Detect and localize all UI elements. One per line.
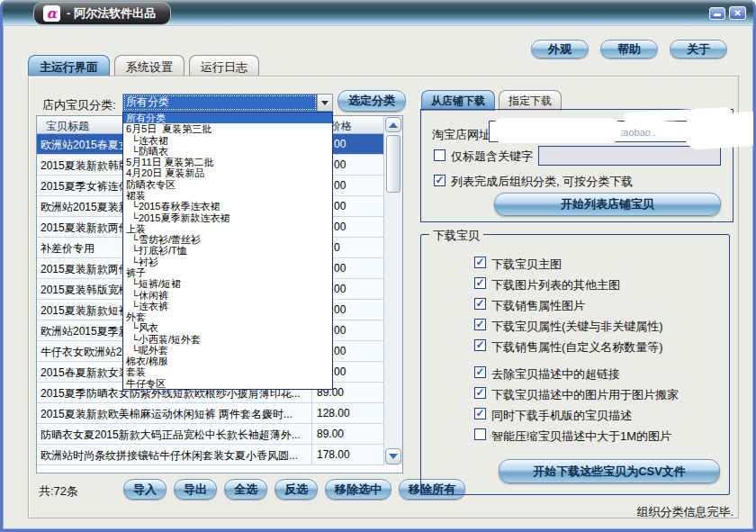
option-label: 下载宝贝描述中的图片用于图片搬家 — [491, 387, 679, 403]
item-title: 欧洲站时尚条纹拼接镶钻牛仔休闲套装女夏小香风圆... — [37, 445, 312, 464]
tab[interactable]: 从店铺下载 — [421, 90, 495, 111]
organize-checkbox-label: 列表完成后组织分类, 可按分类下载 — [451, 174, 633, 190]
pill-button[interactable]: 导出 — [174, 479, 217, 500]
item-title: 2015夏装新款欧美棉麻运动休闲短裤 两件套名媛时... — [37, 403, 312, 423]
item-title: 防晒衣女夏2015新款大码正品宽松中长款长袖超薄外... — [37, 424, 312, 444]
shop-url-label: 淘宝店网址 — [432, 127, 490, 143]
table-row[interactable]: 防晒衣女夏2015新款大码正品宽松中长款长袖超薄外... 89.00 — [37, 424, 385, 445]
download-option[interactable]: 智能压缩宝贝描述中大于1M的图片 — [474, 427, 726, 447]
option-label: 下载图片列表的其他主图 — [491, 277, 620, 293]
checkbox-icon[interactable] — [474, 408, 486, 419]
app-window: α - 阿尔法软件出品 ✕ 外观帮助关于 主运行界面系统设置运行日志 店内宝贝分… — [0, 0, 756, 532]
download-option[interactable]: 下载图片列表的其他主图 — [474, 275, 726, 296]
category-combobox[interactable]: 所有分类 — [122, 94, 333, 112]
download-group-title: 下载宝贝 — [429, 228, 483, 244]
close-button[interactable]: ✕ — [729, 6, 746, 20]
select-category-button[interactable]: 选定分类 — [338, 90, 406, 112]
dropdown-item[interactable]: └小西装/短外套 — [123, 334, 332, 345]
pill-button[interactable]: 帮助 — [600, 40, 658, 59]
dropdown-item[interactable]: └连衣裙 — [123, 135, 332, 146]
alpha-logo-icon: α — [43, 5, 60, 22]
option-label: 下载销售属性图片 — [491, 298, 585, 314]
dropdown-item[interactable]: 4月20日 夏装新品 — [123, 167, 332, 178]
censor-blob — [491, 118, 622, 143]
dropdown-item[interactable]: 套装 — [123, 366, 332, 377]
option-label: 下载宝贝属性(关键与非关键属性) — [491, 319, 663, 335]
download-options: 下载宝贝主图 下载图片列表的其他主图 下载销售属性图片 下载宝贝属性(关键与非关… — [474, 255, 726, 447]
dropdown-item[interactable]: 外套 — [123, 311, 332, 322]
status-message: 组织分类信息完毕. — [543, 504, 734, 520]
dropdown-item[interactable]: 上装 — [123, 223, 332, 234]
dropdown-item[interactable]: 所有分类 — [123, 113, 332, 123]
item-price: 89.00 — [312, 424, 385, 444]
scroll-up-icon[interactable] — [385, 117, 401, 132]
option-label: 下载销售属性(自定义名称数量等) — [491, 339, 663, 356]
organize-checkbox[interactable] — [434, 175, 446, 186]
download-csv-button[interactable]: 开始下载这些宝贝为CSV文件 — [499, 459, 720, 483]
title-bar: α - 阿尔法软件出品 ✕ — [3, 0, 753, 26]
item-price: 128.00 — [312, 403, 385, 423]
checkbox-icon[interactable] — [474, 319, 486, 330]
dropdown-item[interactable]: └连衣裤 — [123, 301, 332, 311]
option-label: 智能压缩宝贝描述中大于1M的图片 — [491, 428, 671, 445]
download-option[interactable]: 下载宝贝主图 — [474, 255, 726, 275]
tab[interactable]: 指定下载 — [499, 90, 562, 111]
scrollbar-thumb[interactable] — [386, 135, 400, 193]
item-count: 共:72条 — [39, 483, 78, 500]
pill-button[interactable]: 全选 — [224, 479, 267, 500]
table-row[interactable]: 欧洲站时尚条纹拼接镶钻牛仔休闲套装女夏小香风圆... 178.00 — [37, 445, 385, 465]
checkbox-icon[interactable] — [474, 298, 486, 310]
item-price: 178.00 — [312, 445, 385, 464]
download-option[interactable]: 下载销售属性图片 — [474, 296, 726, 317]
download-option[interactable]: 下载宝贝描述中的图片用于图片搬家 — [474, 385, 726, 406]
scroll-down-icon[interactable] — [385, 448, 401, 464]
pill-button[interactable]: 反选 — [274, 479, 318, 500]
keyword-checkbox-label: 仅标题含关键字 — [451, 149, 533, 165]
category-label: 店内宝贝分类: — [42, 97, 116, 113]
dropdown-item[interactable]: └2015春秋季连衣裙 — [123, 201, 332, 212]
minimize-button[interactable] — [709, 7, 725, 20]
dropdown-item[interactable]: └风衣 — [123, 322, 332, 333]
download-option[interactable]: 同时下载手机版的宝贝描述 — [474, 406, 726, 427]
checkbox-icon[interactable] — [474, 387, 486, 399]
checkbox-icon[interactable] — [474, 277, 486, 289]
dropdown-item[interactable]: 牛仔专区 — [123, 378, 332, 389]
dropdown-item[interactable]: └衬衫 — [123, 257, 332, 267]
pill-button[interactable]: 导入 — [123, 479, 166, 500]
checkbox-icon[interactable] — [474, 339, 486, 351]
dropdown-item[interactable]: └雪纺衫/蕾丝衫 — [123, 234, 332, 245]
pill-button[interactable]: 外观 — [531, 40, 589, 59]
vertical-scrollbar[interactable] — [383, 116, 402, 465]
dropdown-item[interactable]: 棉衣/棉服 — [123, 356, 332, 366]
list-action-buttons: 导入导出全选反选移除选中移除所有 — [123, 479, 465, 500]
checkbox-icon[interactable] — [474, 257, 486, 268]
window-toolbar: 外观帮助关于 — [531, 40, 727, 59]
combobox-dropdown-icon[interactable] — [317, 95, 332, 111]
table-row[interactable]: 2015夏装新款欧美棉麻运动休闲短裤 两件套名媛时... 128.00 — [37, 403, 385, 424]
dropdown-item[interactable]: 5月11日 夏装第二批 — [123, 157, 332, 167]
checkbox-icon[interactable] — [474, 366, 486, 378]
start-list-button[interactable]: 开始列表店铺宝贝 — [494, 193, 721, 216]
dropdown-item[interactable]: 6月5日 夏装第三批 — [123, 123, 332, 134]
checkbox-icon[interactable] — [474, 428, 486, 440]
pill-button[interactable]: 关于 — [670, 40, 727, 59]
dropdown-item[interactable]: └休闲裤 — [123, 290, 332, 301]
dropdown-item[interactable]: └2015夏季新款连衣裙 — [123, 212, 332, 223]
category-dropdown-list[interactable]: 所有分类6月5日 夏装第三批 └连衣裙 └防晒衣5月11日 夏装第二批4月20日… — [122, 112, 333, 390]
dropdown-item[interactable]: 裙装 — [123, 190, 332, 201]
dropdown-item[interactable]: └呢外套 — [123, 345, 332, 356]
dropdown-item[interactable]: 裤子 — [123, 267, 332, 278]
pill-button[interactable]: 移除选中 — [325, 479, 392, 500]
keyword-checkbox[interactable] — [434, 149, 446, 161]
download-option[interactable]: 下载销售属性(自定义名称数量等) — [474, 338, 726, 358]
category-selected-value: 所有分类 — [123, 95, 317, 111]
dropdown-item[interactable]: └防晒衣 — [123, 146, 332, 157]
option-label: 去除宝贝描述中的超链接 — [491, 366, 620, 383]
option-label: 下载宝贝主图 — [491, 257, 562, 273]
dropdown-item[interactable]: └短裤/短裙 — [123, 278, 332, 289]
download-tab-bar: 从店铺下载指定下载 — [421, 90, 562, 111]
dropdown-item[interactable]: 防晒衣专区 — [123, 179, 332, 190]
download-option[interactable]: 去除宝贝描述中的超链接 — [474, 365, 726, 385]
download-option[interactable]: 下载宝贝属性(关键与非关键属性) — [474, 317, 726, 338]
dropdown-item[interactable]: └打底衫/T恤 — [123, 245, 332, 256]
